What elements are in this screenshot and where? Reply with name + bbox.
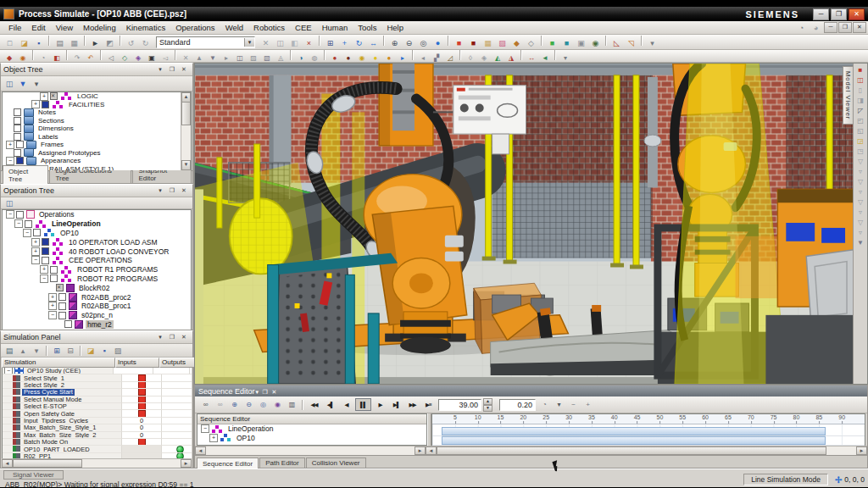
panel-menu-icon[interactable]: ▾ bbox=[255, 388, 260, 396]
visibility-checkbox[interactable] bbox=[33, 229, 41, 236]
viewport-maximize-icon[interactable]: ■ bbox=[855, 65, 866, 75]
expander-icon[interactable]: − bbox=[23, 229, 31, 237]
visibility-checkbox[interactable] bbox=[16, 141, 24, 148]
scroll-right-icon[interactable]: ► bbox=[856, 446, 867, 455]
input-value-indicator[interactable] bbox=[138, 389, 146, 396]
new-study-icon[interactable]: □ bbox=[3, 38, 16, 48]
visibility-checkbox[interactable] bbox=[50, 266, 58, 274]
signal-viewer-icon[interactable]: ▤ bbox=[3, 346, 15, 356]
signal-row-max-batch-size-style-1[interactable]: Max_Batch_Size_Style_10 bbox=[3, 424, 192, 431]
tree-item-hme-r2[interactable]: hme_r2 bbox=[3, 320, 191, 330]
document-minimize-button[interactable]: ─ bbox=[824, 22, 837, 33]
zoom-in-icon[interactable]: ⊕ bbox=[388, 38, 401, 48]
paste-icon[interactable]: ◧ bbox=[288, 38, 301, 48]
play-icon[interactable]: ▶ bbox=[373, 399, 387, 410]
sequence-tree-hscrollbar[interactable]: ◄ ► bbox=[195, 446, 426, 455]
pin-red-icon[interactable]: ● bbox=[329, 53, 341, 63]
gun-2-icon[interactable]: ▨ bbox=[248, 53, 259, 63]
simulation-time-field[interactable]: 39.00 bbox=[438, 399, 481, 411]
visibility-checkbox[interactable] bbox=[14, 149, 21, 157]
gun-1-icon[interactable]: ◫ bbox=[234, 53, 246, 63]
view-front-icon[interactable]: ◰ bbox=[855, 116, 866, 126]
tree-item-r02abb-proc2[interactable]: +R02ABB_proc2 bbox=[3, 292, 191, 302]
expander-icon[interactable]: + bbox=[40, 92, 48, 101]
save-watch-list-icon[interactable]: ▪ bbox=[98, 346, 110, 356]
gantt-hscrollbar[interactable]: ◄ ► bbox=[426, 446, 867, 455]
scroll-left-icon[interactable]: ◄ bbox=[2, 459, 13, 468]
minimize-button[interactable]: ─ bbox=[813, 8, 829, 20]
collision-pair-icon[interactable]: ◭ bbox=[492, 53, 504, 63]
tree-item-assigned-prototypes[interactable]: Assigned Prototypes bbox=[3, 149, 191, 158]
tree-item-dimensions[interactable]: Dimensions bbox=[3, 125, 191, 133]
tree-item-op10[interactable]: +OP10 bbox=[198, 434, 426, 443]
pin-dark-icon[interactable]: ● bbox=[342, 53, 354, 63]
restore-button[interactable]: ❐ bbox=[831, 8, 847, 20]
smart-place-icon[interactable]: ◇ bbox=[119, 53, 131, 63]
tree-item-appearances[interactable]: −Appearances bbox=[3, 157, 191, 165]
edit-signals-icon[interactable]: ▨ bbox=[112, 346, 124, 356]
view-top-icon[interactable]: ◱ bbox=[855, 126, 866, 136]
scroll-down-icon[interactable]: ▼ bbox=[181, 160, 191, 170]
tab-collision-viewer[interactable]: Collision Viewer bbox=[306, 458, 366, 468]
zoom-area-icon[interactable]: ◸ bbox=[855, 106, 866, 116]
tree-item-cee-operations[interactable]: −CEE OPERATIONS bbox=[3, 256, 191, 265]
options-icon[interactable]: ▾ bbox=[646, 38, 659, 48]
panel-pin-icon[interactable]: ❐ bbox=[166, 186, 178, 196]
swap-icon[interactable]: ↔ bbox=[526, 53, 537, 63]
tree-item-10-operator-load-asm[interactable]: +10 OPERATOR LOAD ASM bbox=[3, 237, 191, 247]
menu-file[interactable]: File bbox=[3, 23, 26, 32]
tree-item-facilities[interactable]: +FACILITIES bbox=[3, 101, 191, 109]
torch-icon[interactable]: ◬ bbox=[275, 53, 287, 63]
new-operation-icon[interactable]: ◑ bbox=[295, 53, 307, 63]
path-flip-icon[interactable]: ↶ bbox=[85, 53, 97, 63]
rotate-view-icon[interactable]: ↻ bbox=[353, 38, 365, 48]
expander-icon[interactable]: + bbox=[48, 302, 57, 310]
menu-view[interactable]: View bbox=[51, 23, 78, 32]
bulb-orange-icon[interactable]: ● bbox=[383, 53, 395, 63]
scroll-left-icon[interactable]: ◄ bbox=[426, 446, 437, 455]
signal-row-open-safety-gate[interactable]: Open Safety Gate bbox=[3, 410, 192, 417]
go-to-start-icon[interactable]: ◀◀ bbox=[307, 399, 321, 410]
clear-signals-icon[interactable]: ⊟ bbox=[64, 346, 76, 356]
pie-chart-icon[interactable]: ◔ bbox=[37, 53, 49, 63]
viewport-layout-2-icon[interactable]: ◨ bbox=[855, 96, 866, 106]
visibility-checkbox[interactable] bbox=[14, 133, 21, 141]
visibility-checkbox[interactable] bbox=[14, 125, 21, 132]
ruler-icon[interactable]: ◿ bbox=[444, 53, 456, 63]
column-header-simulation[interactable]: Simulation bbox=[2, 358, 115, 368]
counter-25-icon[interactable]: ▣ bbox=[146, 53, 158, 63]
weldpoint-2-icon[interactable]: ▼ bbox=[207, 53, 219, 63]
delete-icon[interactable]: × bbox=[303, 38, 315, 48]
tree-item-notes[interactable]: Notes bbox=[3, 108, 191, 117]
visibility-checkbox[interactable] bbox=[14, 108, 21, 116]
tree-item-s02pnc-n[interactable]: −s02pnc_n bbox=[3, 311, 191, 320]
display-pink-icon[interactable]: ▨ bbox=[496, 38, 509, 48]
pause-icon[interactable]: ▌▌ bbox=[355, 398, 371, 411]
panel-close-icon[interactable]: ✕ bbox=[178, 64, 190, 75]
3d-viewport[interactable]: Model Viewer ■◫▯◨◸◰◱◲◳▽▿▽▿▽▿▽▿▼ bbox=[194, 63, 868, 385]
time-spinner[interactable]: ▲▼ bbox=[483, 398, 492, 412]
select-box-icon[interactable]: ◩ bbox=[103, 38, 116, 48]
expand-all-icon[interactable]: ▾ bbox=[31, 346, 42, 356]
visibility-checkbox[interactable] bbox=[42, 101, 49, 108]
find-operation-icon[interactable]: ◉ bbox=[271, 400, 284, 410]
zoom-fit-icon[interactable]: ◎ bbox=[417, 38, 430, 48]
weldpoint-3-icon[interactable]: ▸ bbox=[220, 53, 232, 63]
viewer-more-icon[interactable]: ▼ bbox=[855, 238, 866, 248]
scroll-right-icon[interactable]: ► bbox=[415, 446, 426, 455]
frame-teal-icon[interactable]: ■ bbox=[560, 38, 573, 48]
reach-test-icon[interactable]: ◁ bbox=[105, 53, 117, 63]
signal-row-batch-mode-on[interactable]: Batch Mode On bbox=[3, 439, 192, 446]
decrease-interval-icon[interactable]: − bbox=[567, 400, 580, 410]
tab-object-tree[interactable]: Object Tree bbox=[3, 165, 48, 184]
frame-green-icon[interactable]: ■ bbox=[546, 38, 559, 48]
tree-item-40-robot-load-conveyor[interactable]: +40 ROBOT LOAD CONVEYOR bbox=[3, 247, 191, 256]
menu-modeling[interactable]: Modeling bbox=[78, 23, 121, 32]
path-jump-icon[interactable]: ↷ bbox=[71, 53, 83, 63]
visibility-checkbox[interactable] bbox=[42, 247, 49, 255]
simulation-hscrollbar[interactable]: ◄ ► bbox=[2, 458, 192, 468]
bulb-group-icon[interactable]: ◉ bbox=[356, 53, 368, 63]
increase-interval-icon[interactable]: + bbox=[581, 400, 594, 410]
filter-operations-icon[interactable]: ▥ bbox=[286, 400, 298, 410]
panel-menu-icon[interactable]: ▾ bbox=[154, 332, 166, 342]
